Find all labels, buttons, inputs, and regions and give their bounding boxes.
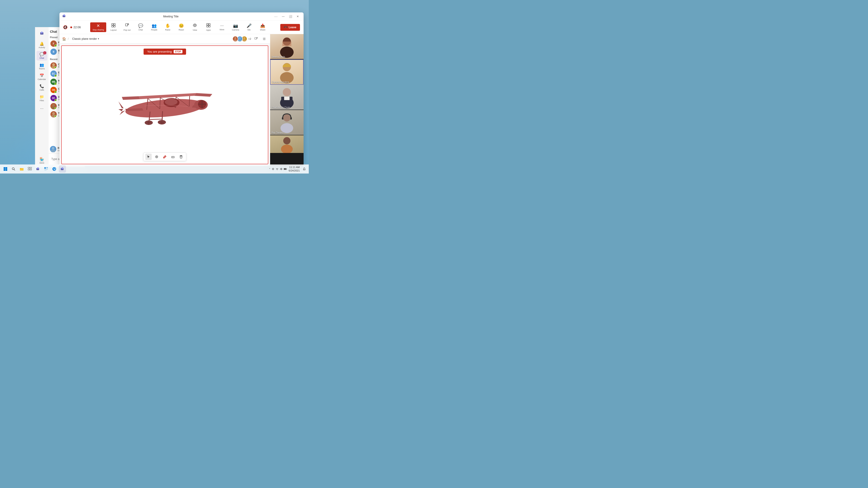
svg-rect-22 <box>207 26 208 27</box>
laser-tool-button[interactable] <box>153 154 160 160</box>
svg-point-29 <box>243 39 246 41</box>
share-button[interactable]: 📤 Share <box>256 22 269 32</box>
home-button[interactable]: 🏠 <box>62 37 66 41</box>
pop-out-label: Pop out <box>124 29 131 31</box>
sidebar-item-files[interactable]: 📁 Files <box>36 93 47 103</box>
apps-label: Apps <box>206 29 211 31</box>
timer-area: 22:06 <box>70 26 81 29</box>
search-button[interactable] <box>10 165 17 173</box>
plane-3d-view <box>62 46 268 164</box>
avatar-reta <box>51 111 57 118</box>
delete-tool-button[interactable] <box>178 154 184 160</box>
sidebar-item-teams[interactable]: 👥 Teams <box>36 61 47 71</box>
stop-sharing-icon: ✕ <box>96 23 100 28</box>
sidebar-item-calls[interactable]: 📞 Calls <box>36 83 47 92</box>
more-dots-icon: ··· <box>274 15 278 18</box>
svg-point-42 <box>165 98 178 105</box>
camera-label: Camera <box>232 29 239 31</box>
camera-button[interactable]: 📷 Camera <box>229 22 242 32</box>
widgets-button[interactable] <box>42 165 50 173</box>
video-tile-ray[interactable]: Ray Tanaka <box>270 110 304 135</box>
raise-hand-icon: ✋ <box>165 23 170 28</box>
svg-point-73 <box>283 137 290 144</box>
video-tile-charlotte[interactable]: Charlotte de Crum <box>270 85 304 110</box>
more-nav-icon: ··· <box>40 106 43 111</box>
pen-tool-button[interactable] <box>162 154 168 160</box>
minimize-button[interactable]: — <box>280 13 286 20</box>
view-button[interactable]: View <box>188 22 201 32</box>
taskbar-right: ⌃ 11:11 AM 6/24/2021 <box>269 166 307 173</box>
notification-button[interactable] <box>302 166 307 172</box>
pop-out-button[interactable]: Pop out <box>121 22 133 32</box>
layout-button[interactable]: Layout <box>107 22 120 32</box>
teams-taskbar-button[interactable]: T <box>34 165 41 173</box>
video-tile-serena[interactable]: Serena Davis <box>270 34 304 59</box>
ray-video <box>278 111 296 134</box>
sidebar-item-store[interactable]: 🏪 Store <box>36 156 47 165</box>
file-explorer-button[interactable] <box>18 165 25 173</box>
svg-rect-84 <box>28 169 30 170</box>
network-icon <box>272 167 275 170</box>
windows-logo <box>3 167 7 171</box>
mic-icon: 🎤 <box>247 23 252 28</box>
leave-button[interactable]: 📞 Leave <box>280 24 300 31</box>
chat-badge: 1 <box>43 51 46 55</box>
svg-rect-92 <box>44 169 48 170</box>
svg-rect-82 <box>28 167 30 168</box>
people-button[interactable]: 👥 People <box>148 22 160 32</box>
svg-point-5 <box>52 104 55 107</box>
title-bar: T Meeting Title ··· — ⬜ ✕ <box>59 12 304 21</box>
search-icon <box>12 167 16 171</box>
maximize-button[interactable]: ⬜ <box>287 13 293 20</box>
stop-sharing-button[interactable]: ✕ Stop sharing <box>90 22 106 32</box>
file-name-button[interactable]: Classic plane render ▾ <box>70 36 101 41</box>
meeting-timer: 22:06 <box>73 26 81 29</box>
more-toolbar-button[interactable]: ··· More <box>216 22 228 32</box>
more-options-button[interactable]: ··· <box>273 13 279 20</box>
settings-pres-button[interactable] <box>261 36 268 42</box>
svg-point-10 <box>51 149 55 152</box>
popout-pres-button[interactable] <box>253 36 259 42</box>
taskbar-left: T T <box>2 165 66 173</box>
raise-hand-button[interactable]: ✋ Raise <box>161 22 174 32</box>
task-view-button[interactable] <box>26 165 33 173</box>
sidebar-item-more[interactable]: ··· <box>36 105 47 112</box>
close-button[interactable]: ✕ <box>294 13 301 20</box>
presenting-text: You are presenting <box>147 50 172 53</box>
ray-name: Ray Tanaka <box>272 131 283 134</box>
chat-toolbar-icon: 💬 <box>138 23 143 28</box>
svg-point-25 <box>234 39 237 41</box>
start-button[interactable] <box>2 165 9 173</box>
svg-rect-20 <box>207 24 208 25</box>
svg-line-80 <box>14 169 15 170</box>
teams-chat-taskbar-button[interactable]: T <box>59 165 66 173</box>
svg-text:T: T <box>41 32 42 33</box>
svg-point-24 <box>235 37 236 39</box>
eraser-tool-button[interactable] <box>170 154 176 160</box>
svg-rect-75 <box>4 167 5 169</box>
svg-point-6 <box>51 106 56 109</box>
react-button[interactable]: 😊 React <box>175 22 188 32</box>
stop-badge[interactable]: STOP <box>174 50 182 53</box>
avatar-c <box>51 62 57 69</box>
teams-left-nav: T 🔔 Activity 💬 Chat 1 👥 Teams 📅 Calendar… <box>35 27 49 167</box>
svg-point-7 <box>52 112 55 115</box>
sidebar-item-chat[interactable]: 💬 Chat 1 <box>36 51 47 61</box>
chevron-tray-icon[interactable]: ⌃ <box>269 168 271 170</box>
leave-phone-icon: 📞 <box>283 25 288 30</box>
sidebar-item-calendar[interactable]: 📅 Calendar <box>36 72 47 82</box>
sidebar-item-activity[interactable]: 🔔 Activity <box>36 40 47 50</box>
edge-browser-button[interactable] <box>51 165 58 173</box>
svg-rect-93 <box>44 170 46 170</box>
teams-window-logo: T <box>62 14 66 19</box>
video-tile-daniela[interactable]: Daniela Mandera <box>270 59 304 85</box>
svg-rect-78 <box>6 169 7 171</box>
svg-point-71 <box>283 114 290 122</box>
taskbar-clock[interactable]: 11:11 AM 6/24/2021 <box>289 166 300 173</box>
pointer-tool-button[interactable] <box>145 154 152 160</box>
chat-toolbar-button[interactable]: 💬 Chat <box>134 22 147 32</box>
apps-button[interactable]: Apps <box>202 22 215 32</box>
mic-button[interactable]: 🎤 Mic <box>243 22 255 32</box>
svg-text:T: T <box>37 168 38 169</box>
video-tile-last[interactable] <box>270 135 304 153</box>
